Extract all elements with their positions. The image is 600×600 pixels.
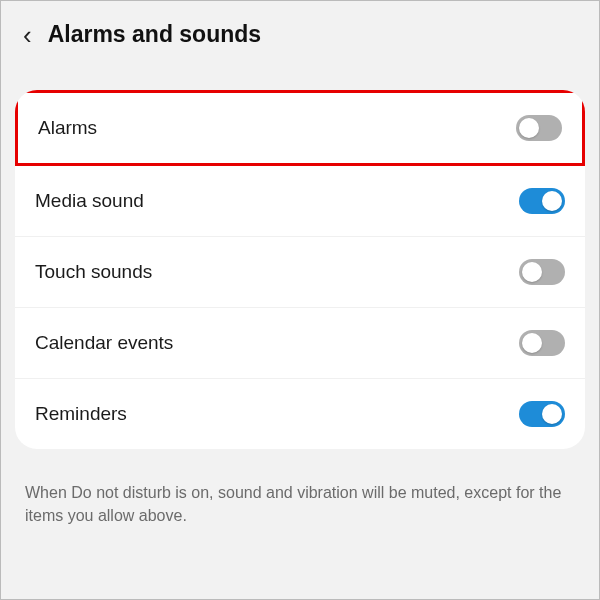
setting-label: Touch sounds	[35, 261, 152, 283]
toggle-calendar-events[interactable]	[519, 330, 565, 356]
setting-label: Calendar events	[35, 332, 173, 354]
toggle-thumb	[542, 404, 562, 424]
settings-screen: ‹ Alarms and sounds Alarms Media sound T…	[1, 1, 599, 599]
toggle-touch-sounds[interactable]	[519, 259, 565, 285]
footer-note: When Do not disturb is on, sound and vib…	[1, 463, 599, 545]
settings-card: Alarms Media sound Touch sounds Calendar…	[15, 90, 585, 449]
toggle-reminders[interactable]	[519, 401, 565, 427]
setting-label: Media sound	[35, 190, 144, 212]
toggle-thumb	[542, 191, 562, 211]
setting-row-calendar-events[interactable]: Calendar events	[15, 308, 585, 379]
toggle-media-sound[interactable]	[519, 188, 565, 214]
setting-row-reminders[interactable]: Reminders	[15, 379, 585, 449]
setting-label: Alarms	[38, 117, 97, 139]
toggle-alarms[interactable]	[516, 115, 562, 141]
toggle-thumb	[519, 118, 539, 138]
toggle-thumb	[522, 262, 542, 282]
setting-label: Reminders	[35, 403, 127, 425]
header: ‹ Alarms and sounds	[1, 1, 599, 66]
toggle-thumb	[522, 333, 542, 353]
back-icon[interactable]: ‹	[23, 22, 32, 48]
page-title: Alarms and sounds	[48, 21, 261, 48]
setting-row-media-sound[interactable]: Media sound	[15, 166, 585, 237]
setting-row-touch-sounds[interactable]: Touch sounds	[15, 237, 585, 308]
setting-row-alarms[interactable]: Alarms	[15, 90, 585, 166]
